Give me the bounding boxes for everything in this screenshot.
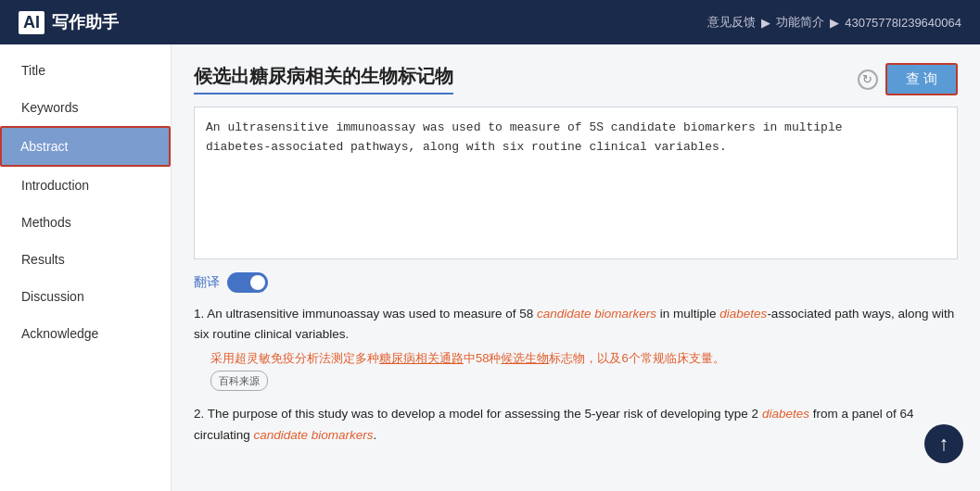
result-1-chinese: 采用超灵敏免疫分析法测定多种糖尿病相关通路中58种候选生物标志物，以及6个常规临… (210, 348, 958, 368)
sidebar-item-discussion[interactable]: Discussion (0, 278, 171, 315)
scroll-up-button[interactable]: ↑ (924, 424, 963, 463)
sidebar-item-keywords[interactable]: Keywords (0, 89, 171, 126)
sidebar-item-title[interactable]: Title (0, 52, 171, 89)
highlight-diabetes-1: diabetes (719, 307, 767, 321)
source-badge-1[interactable]: 百科来源 (210, 371, 268, 391)
content-area: 候选出糖尿病相关的生物标记物 ↻ 查 询 An ultrasensitive i… (172, 44, 980, 491)
sidebar-item-methods[interactable]: Methods (0, 204, 171, 241)
logo: AI 写作助手 (19, 11, 119, 34)
page-title: 候选出糖尿病相关的生物标记物 (194, 64, 453, 94)
result-1-text: An ultrasensitive immunoassay was used t… (194, 307, 954, 341)
nav-sep1: ▶ (761, 16, 770, 30)
sidebar-item-introduction[interactable]: Introduction (0, 167, 171, 204)
nav-id: 43075778l239640064 (845, 16, 961, 30)
ch-underline-2: 候选生物 (501, 351, 549, 365)
nav-features[interactable]: 功能简介 (776, 14, 824, 31)
result-2-text: The purpose of this study was to develop… (194, 407, 914, 441)
ch-underline-1: 糖尿病相关通路 (379, 351, 464, 365)
translate-label: 翻译 (194, 274, 220, 291)
highlight-candidate-biomarkers-1: candidate biomarkers (537, 307, 656, 321)
logo-text: 写作助手 (52, 11, 119, 33)
result-1-num: 1. (194, 307, 204, 321)
result-item-1: 1. An ultrasensitive immunoassay was use… (194, 304, 958, 391)
query-button[interactable]: 查 询 (885, 63, 958, 95)
logo-ai: AI (19, 11, 45, 34)
sidebar: Title Keywords Abstract Introduction Met… (0, 44, 172, 491)
main-layout: Title Keywords Abstract Introduction Met… (0, 44, 980, 491)
scroll-up-icon: ↑ (939, 432, 949, 456)
highlight-candidate-biomarkers-2: candidate biomarkers (254, 428, 374, 442)
sidebar-item-results[interactable]: Results (0, 241, 171, 278)
result-item-2: 2. The purpose of this study was to deve… (194, 404, 958, 446)
content-header: 候选出糖尿病相关的生物标记物 ↻ 查 询 (194, 63, 958, 95)
translate-row: 翻译 (194, 272, 958, 293)
highlight-diabetes-2: diabetes (762, 407, 809, 421)
abstract-textarea[interactable]: An ultrasensitive immunoassay was used t… (194, 107, 958, 259)
header: AI 写作助手 意见反馈 ▶ 功能简介 ▶ 43075778l239640064 (0, 0, 980, 44)
nav-sep2: ▶ (830, 16, 839, 30)
refresh-icon[interactable]: ↻ (858, 69, 878, 90)
header-nav: 意见反馈 ▶ 功能简介 ▶ 43075778l239640064 (707, 14, 961, 31)
translate-toggle[interactable] (227, 272, 268, 293)
sidebar-item-acknowledge[interactable]: Acknowledge (0, 315, 171, 352)
result-list: 1. An ultrasensitive immunoassay was use… (194, 304, 958, 446)
refresh-area: ↻ 查 询 (858, 63, 958, 95)
nav-feedback[interactable]: 意见反馈 (707, 14, 756, 31)
sidebar-item-abstract[interactable]: Abstract (0, 126, 171, 167)
result-2-num: 2. (194, 407, 204, 421)
